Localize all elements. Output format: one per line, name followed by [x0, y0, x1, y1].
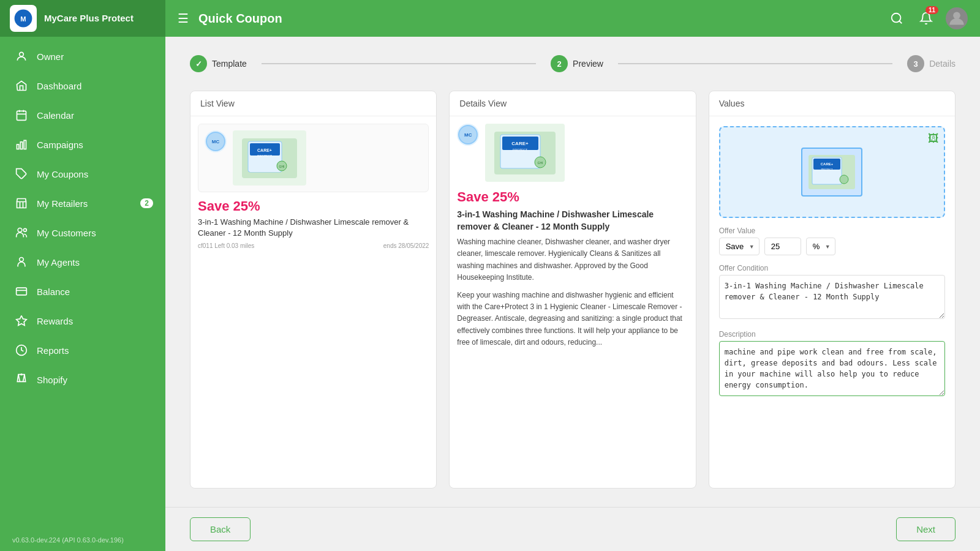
- svg-text:GHI: GHI: [279, 165, 285, 168]
- details-product-image: CARE+ PROTECT GHI: [485, 124, 565, 182]
- sidebar-item-rewards[interactable]: Rewards: [0, 306, 165, 335]
- svg-rect-3: [17, 111, 26, 120]
- step-connector-2: [618, 63, 892, 64]
- shopify-icon: [15, 373, 28, 386]
- list-item-product-image: CARE+ PROTECT GHI: [233, 130, 306, 186]
- notification-button[interactable]: 11: [916, 9, 936, 28]
- step-2: 2 Preview: [551, 55, 603, 72]
- svg-line-19: [899, 21, 902, 23]
- agent-icon: [15, 255, 28, 269]
- reports-icon: [15, 343, 28, 357]
- svg-text:CARE+: CARE+: [512, 141, 529, 146]
- rewards-icon: [15, 314, 28, 328]
- main-content: ✓ Template 2 Preview 3 Details List View: [165, 37, 980, 507]
- menu-icon[interactable]: ☰: [178, 11, 189, 26]
- next-button[interactable]: Next: [896, 517, 956, 541]
- sidebar-item-campaigns[interactable]: Campaigns: [0, 130, 165, 159]
- svg-rect-8: [20, 142, 22, 149]
- step-2-circle: 2: [551, 55, 568, 72]
- cards-grid: List View MC CARE+: [190, 91, 956, 489]
- svg-rect-14: [17, 288, 27, 295]
- sidebar-label-campaigns: Campaigns: [37, 140, 83, 150]
- description-label: Description: [719, 330, 945, 339]
- offer-value-label: Offer Value: [719, 227, 945, 235]
- sidebar-label-my-retailers: My Retailers: [37, 198, 88, 209]
- step-3-circle: 3: [907, 55, 924, 72]
- list-meta-right: ends 28/05/2022: [383, 242, 429, 249]
- bottom-nav: Back Next: [165, 507, 980, 551]
- stepper: ✓ Template 2 Preview 3 Details: [190, 55, 956, 72]
- list-item-save: Save 25% 3-in-1 Washing Machine / Dishwa…: [198, 198, 429, 249]
- list-view-body: MC CARE+ PROTECT: [190, 116, 436, 257]
- details-view-header: Details View: [450, 91, 695, 116]
- notification-badge: 11: [925, 6, 938, 14]
- users-icon: [15, 226, 28, 239]
- sidebar-item-calendar[interactable]: Calendar: [0, 100, 165, 130]
- sidebar-label-my-coupons: My Coupons: [37, 169, 88, 179]
- svg-point-12: [23, 228, 26, 231]
- step-2-label: Preview: [573, 59, 603, 69]
- svg-rect-42: [813, 171, 840, 183]
- list-product-title: 3-in-1 Washing Machine / Dishwasher Lime…: [198, 217, 429, 239]
- home-icon: [15, 79, 28, 92]
- svg-rect-9: [24, 140, 26, 149]
- sidebar-label-dashboard: Dashboard: [37, 81, 81, 91]
- image-icon: 🖼: [928, 132, 939, 145]
- bar-chart-icon: [15, 138, 28, 151]
- list-view-header: List View: [190, 91, 436, 116]
- sidebar-item-owner[interactable]: Owner: [0, 42, 165, 71]
- sidebar-item-balance[interactable]: Balance: [0, 277, 165, 306]
- list-save-text: Save 25%: [198, 198, 429, 214]
- store-icon: [15, 197, 28, 210]
- sidebar-nav: Owner Dashboard Calendar Campaigns My Co: [0, 37, 165, 529]
- user-avatar[interactable]: [946, 7, 968, 29]
- details-save-text: Save 25%: [457, 189, 688, 205]
- list-meta-left: cf011 Left 0.03 miles: [198, 242, 254, 249]
- list-item-preview: MC CARE+ PROTECT: [198, 124, 429, 192]
- sidebar-label-reports: Reports: [37, 345, 69, 356]
- sidebar-item-my-coupons[interactable]: My Coupons: [0, 159, 165, 189]
- sidebar-item-reports[interactable]: Reports: [0, 335, 165, 365]
- step-1-label: Template: [212, 59, 247, 69]
- details-desc-1: Washing machine cleaner, Dishwasher clea…: [457, 236, 688, 283]
- sidebar-item-my-retailers[interactable]: My Retailers 2: [0, 189, 165, 218]
- offer-condition-group: Offer Condition: [719, 264, 945, 321]
- offer-amount-input[interactable]: [764, 238, 801, 255]
- sidebar-label-owner: Owner: [37, 51, 64, 62]
- sidebar-item-my-customers[interactable]: My Customers: [0, 218, 165, 247]
- svg-point-11: [18, 228, 22, 233]
- svg-point-18: [892, 13, 901, 23]
- topbar: ☰ Quick Coupon 11: [165, 0, 980, 37]
- sidebar-label-calendar: Calendar: [37, 110, 74, 121]
- sidebar-header: M MyCare Plus Protect: [0, 0, 165, 37]
- image-preview: CARE+ PROTECT: [801, 148, 862, 197]
- values-body: CARE+ PROTECT 🖼 Offer Value: [709, 116, 955, 408]
- svg-text:CARE+: CARE+: [257, 148, 272, 152]
- details-product-title: 3-in-1 Washing Machine / Dishwasher Lime…: [457, 209, 688, 233]
- values-card: Values CARE+ PROTECT: [709, 91, 956, 489]
- details-desc-2: Keep your washing machine and dishwasher…: [457, 290, 688, 348]
- app-logo: M: [10, 5, 37, 32]
- offer-condition-label: Offer Condition: [719, 264, 945, 272]
- description-textarea[interactable]: [719, 341, 945, 396]
- step-1-circle: ✓: [190, 55, 207, 72]
- details-view-card: Details View MC CARE+ PROTECT: [449, 91, 696, 489]
- tag-icon: [15, 167, 28, 181]
- sidebar-item-dashboard[interactable]: Dashboard: [0, 71, 165, 100]
- offer-unit-select[interactable]: % £: [806, 238, 835, 255]
- svg-point-13: [20, 258, 24, 262]
- details-top: MC CARE+ PROTECT GHI: [457, 124, 688, 182]
- search-button[interactable]: [887, 9, 907, 28]
- back-button[interactable]: Back: [190, 517, 251, 541]
- app-name: MyCare Plus Protect: [44, 13, 134, 24]
- description-group: Description: [719, 330, 945, 399]
- offer-condition-textarea[interactable]: [719, 275, 945, 319]
- svg-text:GHI: GHI: [538, 161, 543, 165]
- step-3: 3 Details: [907, 55, 956, 72]
- sidebar-item-my-agents[interactable]: My Agents: [0, 247, 165, 277]
- offer-type-select[interactable]: Save Get Buy: [719, 238, 760, 255]
- image-upload-area[interactable]: CARE+ PROTECT 🖼: [719, 126, 945, 218]
- sidebar-item-shopify[interactable]: Shopify: [0, 365, 165, 394]
- svg-point-2: [20, 52, 24, 56]
- user-icon: [15, 50, 28, 63]
